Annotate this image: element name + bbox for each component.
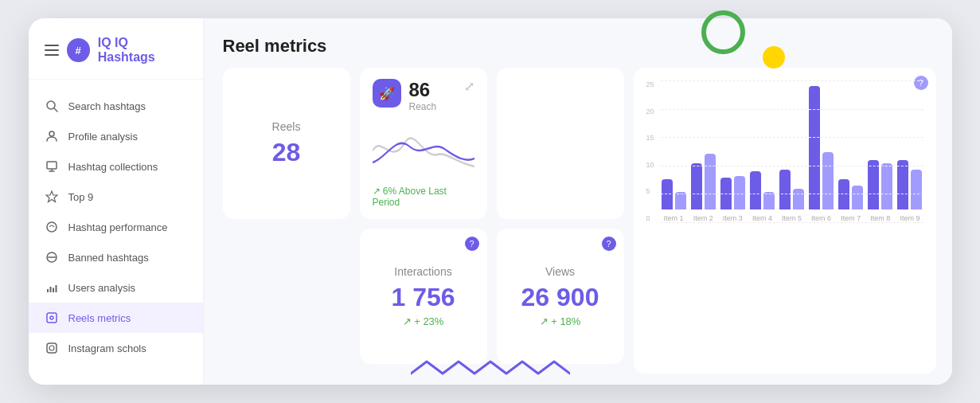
reach-value: 86 [409,79,437,101]
deco-circle-yellow [763,46,785,68]
bar-item8-light [881,163,892,209]
y-label-5: 5 [646,187,654,195]
sidebar-nav: Search hashtags Profile analysis [29,80,203,385]
bar-label-item8: Item 8 [870,214,890,222]
sidebar-item-instagram-schols[interactable]: Instagram schols [29,333,203,363]
hamburger-icon[interactable] [45,45,59,56]
y-axis: 25 20 15 10 5 0 [646,80,654,240]
app-container: # IQ IQ Hashtags Search hashtags [29,18,952,385]
deco-circle-green [701,10,745,54]
y-label-15: 15 [646,134,654,142]
svg-rect-16 [47,343,57,353]
views-card: ? Views 26 900 ↗ + 18% [497,229,624,364]
bar-item7-light [852,186,863,209]
main-header: Reel metrics [204,18,952,68]
bar-item1-light [675,192,686,209]
bar-group-item3: Item 3 [720,176,746,222]
bar-item4-dark [750,171,761,209]
main-content: Reel metrics Filters ▼ [204,18,952,385]
sidebar-label-users-analysis: Users analysis [68,282,136,294]
bar-group-item1: Item 1 [661,179,687,222]
sidebar-item-search-hashtags[interactable]: Search hashtags [29,91,203,121]
star-icon [45,190,59,204]
interactions-arrow: ↗ [403,315,412,327]
bar-item8-dark [868,160,879,209]
interactions-label: Interactions [394,265,451,278]
bar-item4-light [763,192,775,209]
svg-rect-13 [55,285,57,292]
bar-item6-light [822,152,834,209]
svg-point-17 [49,346,54,350]
sidebar-item-hashtag-performance[interactable]: Hashtag performance [29,212,203,242]
views-help-badge[interactable]: ? [602,237,616,251]
reach-chart [373,119,474,182]
sidebar-item-top-9[interactable]: Top 9 [29,182,203,212]
reach-sublabel: Reach [409,101,437,112]
users-icon [45,280,59,295]
svg-rect-12 [53,288,54,293]
expand-icon[interactable]: ⤢ [464,79,474,94]
bars-container: Item 1 Item 2 [661,80,923,240]
collections-icon [45,159,59,174]
reels-icon [45,311,59,325]
bar-item3-dark [720,178,732,209]
reels-label: Reels [272,120,301,133]
sidebar-item-profile-analysis[interactable]: Profile analysis [29,121,203,151]
svg-rect-11 [49,287,51,292]
bar-label-item4: Item 4 [752,214,772,222]
sidebar-item-reels-metrics[interactable]: Reels metrics [29,303,203,333]
sidebar-label-hashtag-performance: Hashtag performance [68,221,168,233]
sidebar-label-profile-analysis: Profile analysis [68,131,138,143]
svg-rect-14 [47,313,57,323]
search-icon [45,99,59,113]
views-value: 26 900 [521,283,599,312]
bar-item5-light [793,189,804,209]
bar-chart-section: ? 25 20 15 10 5 0 [634,68,936,374]
reels-card: Reels 28 [223,68,350,219]
y-label-0: 0 [646,214,654,222]
bar-label-item2: Item 2 [693,214,713,222]
bar-label-item9: Item 9 [900,214,919,222]
svg-point-7 [47,222,57,232]
profile-icon [45,129,59,143]
banned-icon [45,250,59,264]
sidebar-label-search-hashtags: Search hashtags [68,100,146,112]
views-change: ↗ + 18% [540,315,581,327]
sidebar-label-instagram-schols: Instagram schols [68,342,146,354]
sidebar: # IQ IQ Hashtags Search hashtags [29,18,204,385]
logo-text: IQ IQ Hashtags [98,36,187,65]
sidebar-label-hashtag-collections: Hashtag collections [68,161,158,173]
sidebar-item-banned-hashtags[interactable]: Banned hashtags [29,242,203,272]
svg-point-15 [50,316,53,319]
bar-group-item2: Item 2 [690,154,716,222]
svg-line-1 [54,108,57,112]
reach-value-group: 86 Reach [409,79,437,112]
bar-item2-light [705,154,716,209]
interactions-value: 1 756 [391,283,455,312]
views-arrow: ↗ [540,315,549,327]
reach-icon-box: 🚀 [373,79,401,108]
y-label-10: 10 [646,161,654,169]
sidebar-label-reels-metrics: Reels metrics [68,312,131,324]
sidebar-label-banned-hashtags: Banned hashtags [68,252,149,264]
bar-group-item7: Item 7 [837,179,864,222]
bar-item1-dark [662,179,673,209]
bar-label-item7: Item 7 [841,214,861,222]
interactions-help-badge[interactable]: ? [465,237,479,251]
wave-decoration [411,358,570,393]
svg-marker-6 [46,191,57,202]
svg-point-2 [49,131,54,136]
y-label-25: 25 [646,80,654,88]
reels-value: 28 [272,138,301,167]
interactions-change: ↗ + 23% [403,315,444,327]
bar-item5-dark [779,170,791,209]
bar-label-item5: Item 5 [782,214,802,222]
reach-card: 🚀 86 Reach ⤢ [360,68,487,219]
sidebar-item-hashtag-collections[interactable]: Hashtag collections [29,151,203,182]
views-label: Views [545,265,575,278]
interactions-card: ? Interactions 1 756 ↗ + 23% [360,229,487,364]
metrics-grid: Filters ▼ Reels 28 [204,68,634,374]
sidebar-item-users-analysis[interactable]: Users analysis [29,272,203,303]
bar-item7-dark [838,179,849,209]
performance-icon [45,220,59,234]
